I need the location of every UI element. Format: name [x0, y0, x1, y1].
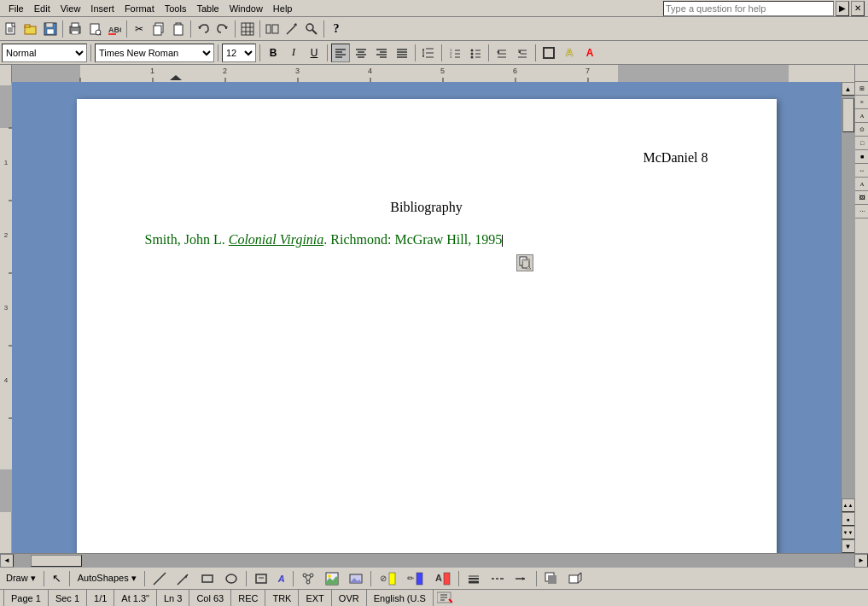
- page: McDaniel 8 Bibliography Smith, John L. C…: [77, 99, 777, 553]
- menu-tools[interactable]: Tools: [160, 2, 192, 15]
- menu-insert[interactable]: Insert: [85, 2, 119, 15]
- increase-indent-button[interactable]: [513, 44, 532, 62]
- menu-format[interactable]: Format: [119, 2, 160, 15]
- side-icon-5[interactable]: □: [855, 137, 868, 150]
- autoshapes-button[interactable]: AutoShapes ▾: [73, 570, 141, 587]
- arrow-tool-button[interactable]: [172, 570, 195, 587]
- help-go-button[interactable]: ▶: [836, 1, 849, 16]
- shadow-button[interactable]: [540, 570, 562, 587]
- menu-table[interactable]: Table: [191, 2, 224, 15]
- menu-file[interactable]: File: [3, 2, 29, 15]
- clipart-button[interactable]: [321, 570, 343, 587]
- draw-button[interactable]: Draw ▾: [2, 570, 40, 587]
- dash-style-button[interactable]: [486, 570, 509, 587]
- scroll-down-button[interactable]: ▼: [842, 539, 855, 553]
- side-icon-2[interactable]: ≡: [855, 96, 868, 109]
- menu-help[interactable]: Help: [268, 2, 298, 15]
- scroll-track[interactable]: [842, 96, 855, 498]
- ruler-corner[interactable]: [0, 65, 12, 82]
- bib-entry[interactable]: Smith, John L. Colonial Virginia. Richmo…: [145, 232, 708, 248]
- side-icon-3[interactable]: A: [855, 109, 868, 123]
- highlight-button[interactable]: A: [560, 44, 579, 62]
- align-right-button[interactable]: [372, 44, 391, 62]
- outside-border-button[interactable]: [539, 44, 558, 62]
- font-color-btn2[interactable]: A: [429, 570, 455, 587]
- draw-sep4: [246, 571, 247, 586]
- line-color-button[interactable]: ✏: [402, 570, 428, 587]
- side-icon-9[interactable]: 🖼: [855, 191, 868, 205]
- 3d-button[interactable]: [564, 570, 586, 587]
- help-button[interactable]: ?: [327, 20, 346, 38]
- select-object-button[interactable]: ↖: [48, 570, 66, 587]
- open-button[interactable]: [21, 20, 40, 38]
- menu-edit[interactable]: Edit: [29, 2, 55, 15]
- h-scroll-track[interactable]: [14, 554, 854, 568]
- oval-tool-button[interactable]: [220, 570, 242, 587]
- paste-btn[interactable]: [169, 20, 188, 38]
- save-button[interactable]: [41, 20, 60, 38]
- select-browse-button[interactable]: ●: [842, 512, 855, 526]
- h-scroll-right-button[interactable]: ►: [854, 554, 868, 568]
- textbox-button[interactable]: [250, 570, 272, 587]
- side-icon-1[interactable]: ⊞: [855, 82, 868, 96]
- scroll-up-button[interactable]: ▲: [842, 82, 855, 96]
- justify-button[interactable]: [393, 44, 411, 62]
- font-color-button[interactable]: A: [580, 44, 599, 62]
- side-icon-6[interactable]: ■: [855, 150, 868, 164]
- scroll-thumb[interactable]: [842, 98, 854, 132]
- doc-area[interactable]: McDaniel 8 Bibliography Smith, John L. C…: [12, 82, 841, 553]
- rectangle-tool-button[interactable]: [196, 570, 218, 587]
- svg-text:2: 2: [223, 67, 227, 75]
- menu-window[interactable]: Window: [224, 2, 268, 15]
- help-close-button[interactable]: ✕: [851, 1, 865, 16]
- fill-color-button[interactable]: ⊘: [375, 570, 400, 587]
- undo-button[interactable]: [194, 20, 213, 38]
- zoom-button[interactable]: [302, 20, 321, 38]
- align-center-button[interactable]: [352, 44, 370, 62]
- preview-button[interactable]: [85, 20, 104, 38]
- help-input[interactable]: [663, 1, 834, 16]
- picture-button[interactable]: [345, 570, 367, 587]
- copy-button[interactable]: [149, 20, 168, 38]
- print-button[interactable]: [66, 20, 84, 38]
- redo-button[interactable]: [213, 20, 232, 38]
- fmt-sep7: [488, 44, 489, 61]
- columns-button[interactable]: [263, 20, 282, 38]
- line-tool-button[interactable]: [149, 570, 171, 587]
- scroll-next-page-button[interactable]: ▼▼: [842, 526, 855, 539]
- arrow-style-button[interactable]: [510, 570, 533, 587]
- toolbar2: Normal Times New Roman 12 B I U 1.2.3.: [0, 41, 868, 65]
- bold-button[interactable]: B: [264, 44, 283, 62]
- table-button[interactable]: [238, 20, 257, 38]
- side-icon-4[interactable]: ⊙: [855, 123, 868, 137]
- align-left-button[interactable]: [331, 44, 350, 62]
- font-size-combo[interactable]: 12: [222, 44, 256, 62]
- side-icon-8[interactable]: A: [855, 178, 868, 191]
- spellcheck-button[interactable]: ABC: [105, 20, 124, 38]
- svg-rect-8: [47, 29, 54, 34]
- numbering-button[interactable]: 1.2.3.: [446, 44, 464, 62]
- decrease-indent-button[interactable]: [492, 44, 511, 62]
- drawing-button[interactable]: [283, 20, 301, 38]
- cut-button[interactable]: ✂: [130, 20, 149, 38]
- new-button[interactable]: [2, 20, 20, 38]
- side-icon-10[interactable]: ⋯: [855, 205, 868, 219]
- style-combo[interactable]: Normal: [2, 44, 87, 62]
- scroll-prev-page-button[interactable]: ▲▲: [842, 498, 855, 512]
- fmt-sep6: [441, 44, 442, 61]
- diagram-button[interactable]: [297, 570, 319, 587]
- bullets-button[interactable]: [466, 44, 485, 62]
- font-combo[interactable]: Times New Roman: [95, 44, 214, 62]
- h-scroll-left-button[interactable]: ◄: [0, 554, 14, 568]
- paste-options-icon[interactable]: [516, 254, 533, 271]
- italic-button[interactable]: I: [284, 44, 303, 62]
- line-spacing-button[interactable]: [419, 44, 438, 62]
- line-style-button[interactable]: [463, 570, 485, 587]
- side-icon-7[interactable]: ↔: [855, 164, 868, 178]
- wordart-button[interactable]: A: [274, 570, 289, 587]
- menu-view[interactable]: View: [55, 2, 86, 15]
- h-scroll-thumb[interactable]: [31, 555, 82, 567]
- status-ext: EXT: [299, 590, 331, 606]
- underline-button[interactable]: U: [305, 44, 323, 62]
- status-col: Col 63: [189, 590, 231, 606]
